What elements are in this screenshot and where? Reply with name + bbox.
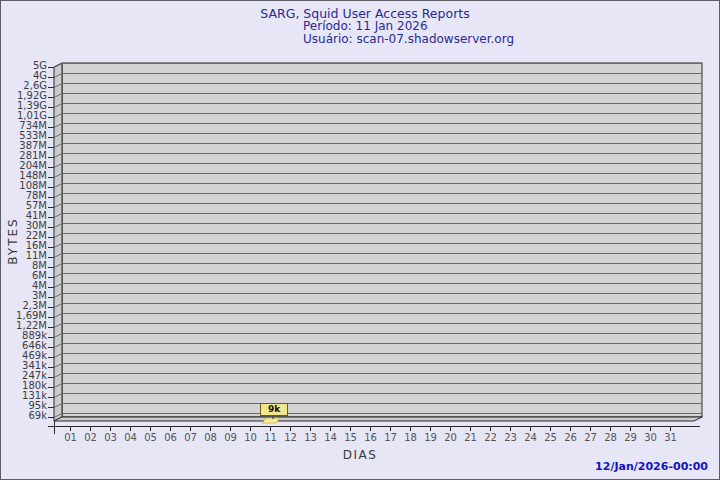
chart-frame <box>54 63 702 421</box>
x-tick-label: 14 <box>321 432 341 443</box>
x-tick-label: 27 <box>581 432 601 443</box>
x-tick-label: 10 <box>241 432 261 443</box>
y-tick-label: 69k <box>1 411 47 421</box>
x-tick-label: 15 <box>341 432 361 443</box>
x-tick-label: 30 <box>641 432 661 443</box>
x-tick-label: 24 <box>521 432 541 443</box>
x-tick-label: 16 <box>361 432 381 443</box>
generation-timestamp: 12/Jan/2026-00:00 <box>595 460 708 473</box>
x-tick-label: 18 <box>401 432 421 443</box>
x-tick-label: 20 <box>441 432 461 443</box>
x-tick-label: 31 <box>661 432 681 443</box>
x-tick-label: 06 <box>161 432 181 443</box>
x-tick-label: 26 <box>561 432 581 443</box>
x-tick-label: 19 <box>421 432 441 443</box>
x-tick-label: 22 <box>481 432 501 443</box>
x-tick-label: 09 <box>221 432 241 443</box>
x-tick-label: 17 <box>381 432 401 443</box>
x-tick-label: 02 <box>81 432 101 443</box>
x-tick-label: 29 <box>621 432 641 443</box>
x-tick-label: 23 <box>501 432 521 443</box>
x-tick-label: 07 <box>181 432 201 443</box>
x-tick-label: 04 <box>121 432 141 443</box>
x-tick-label: 13 <box>301 432 321 443</box>
x-tick-label: 21 <box>461 432 481 443</box>
bar-value-annotation: 9k <box>260 403 288 416</box>
sarg-report-page: SARG, Squid User Access Reports Período:… <box>0 0 720 480</box>
x-tick-label: 08 <box>201 432 221 443</box>
x-tick-label: 28 <box>601 432 621 443</box>
floor <box>54 417 702 421</box>
x-tick-label: 03 <box>101 432 121 443</box>
bytes-per-day-chart <box>1 1 720 480</box>
x-tick-label: 01 <box>61 432 81 443</box>
x-tick-label: 12 <box>281 432 301 443</box>
x-tick-label: 11 <box>261 432 281 443</box>
x-tick-label: 05 <box>141 432 161 443</box>
x-tick-label: 25 <box>541 432 561 443</box>
